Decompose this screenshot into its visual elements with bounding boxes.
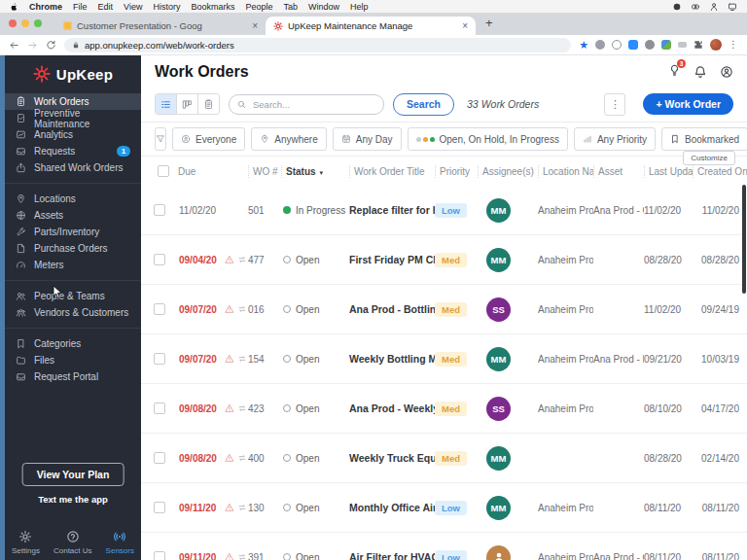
row-checkbox[interactable] bbox=[154, 502, 165, 513]
upkeep-logo[interactable]: UpKeep bbox=[5, 54, 141, 93]
menubar-display-icon[interactable] bbox=[728, 2, 737, 12]
column-header-priority[interactable]: Priority bbox=[435, 165, 478, 178]
settings-button[interactable]: Settings bbox=[12, 530, 40, 555]
menu-item-view[interactable]: View bbox=[124, 2, 142, 12]
row-checkbox[interactable] bbox=[154, 452, 165, 464]
forward-button[interactable] bbox=[27, 40, 38, 51]
select-all-checkbox[interactable] bbox=[158, 165, 169, 177]
bell-icon[interactable] bbox=[694, 65, 707, 79]
reload-button[interactable] bbox=[46, 40, 56, 51]
menu-item-edit[interactable]: Edit bbox=[98, 2, 114, 12]
sidebar-item-request-portal[interactable]: Request Portal bbox=[5, 368, 141, 385]
apple-menu-icon[interactable] bbox=[10, 2, 18, 12]
column-header-wo[interactable]: WO # bbox=[248, 165, 281, 178]
assignee-avatar[interactable]: MM bbox=[486, 248, 511, 272]
row-checkbox[interactable] bbox=[154, 254, 165, 265]
table-row[interactable]: 09/11/20130OpenMonthly Office Air Fil...… bbox=[141, 483, 747, 533]
column-header-location-nam[interactable]: Location Nam bbox=[538, 165, 593, 178]
view-plan-button[interactable]: View Your Plan bbox=[22, 463, 124, 486]
search-button[interactable]: Search bbox=[393, 93, 454, 116]
extension-icon[interactable] bbox=[661, 40, 671, 50]
assignee-avatar[interactable]: MM bbox=[486, 446, 511, 471]
menu-item-history[interactable]: History bbox=[153, 2, 180, 12]
list-view-button[interactable] bbox=[156, 94, 176, 114]
browser-tab-inactive[interactable]: Customer Presentation - Goog × bbox=[55, 17, 266, 35]
extension-icon[interactable] bbox=[678, 42, 687, 48]
filter-chip-any-day[interactable]: Any Day bbox=[333, 127, 402, 151]
work-order-title[interactable]: Ana Prod - Weekly Ca... bbox=[349, 402, 435, 414]
column-header-work-order-title[interactable]: Work Order Title bbox=[349, 165, 435, 178]
search-input[interactable] bbox=[251, 98, 375, 111]
sidebar-item-files[interactable]: Files bbox=[5, 352, 141, 368]
table-row[interactable]: 09/11/20391OpenAir Filter for HVACLowAna… bbox=[141, 533, 747, 560]
menubar-extra-icon[interactable] bbox=[691, 2, 700, 12]
whats-new-button[interactable]: 3 bbox=[668, 63, 681, 81]
column-header-created-on[interactable]: Created On bbox=[693, 165, 747, 178]
filter-chip-any-priority[interactable]: Any Priority bbox=[574, 127, 656, 151]
vertical-scrollbar[interactable] bbox=[742, 185, 746, 294]
work-order-title[interactable]: First Friday PM Checks bbox=[349, 254, 435, 265]
tab-close-icon[interactable]: × bbox=[462, 21, 468, 31]
extensions-puzzle-icon[interactable] bbox=[694, 40, 703, 50]
assignee-avatar[interactable] bbox=[486, 545, 511, 560]
sensors-button[interactable]: Sensors bbox=[106, 530, 134, 555]
sidebar-item-analytics[interactable]: Analytics bbox=[5, 126, 141, 143]
user-profile-icon[interactable] bbox=[720, 65, 733, 79]
contact-us-button[interactable]: Contact Us bbox=[53, 530, 92, 555]
menubar-extra-icon[interactable] bbox=[672, 2, 682, 12]
assignee-avatar[interactable]: SS bbox=[486, 397, 511, 421]
sidebar-item-parts-inventory[interactable]: Parts/Inventory bbox=[5, 224, 141, 240]
table-row[interactable]: 09/07/20016OpenAna Prod - Bottling Li...… bbox=[141, 285, 747, 334]
menu-item-file[interactable]: File bbox=[73, 2, 88, 12]
column-header-assignee-s[interactable]: Assignee(s) bbox=[478, 165, 538, 178]
work-order-title[interactable]: Weekly Bottling Main... bbox=[349, 353, 435, 365]
customize-button[interactable]: Customize bbox=[683, 151, 735, 165]
zoom-window-button[interactable] bbox=[34, 19, 42, 27]
camera-extension-icon[interactable] bbox=[645, 40, 655, 50]
address-bar[interactable]: app.onupkeep.com/web/work-orders bbox=[64, 38, 571, 52]
minimize-window-button[interactable] bbox=[21, 19, 29, 27]
column-header-due[interactable]: Due bbox=[174, 165, 225, 178]
filter-funnel-button[interactable] bbox=[155, 127, 166, 151]
row-checkbox[interactable] bbox=[154, 353, 165, 365]
new-work-order-button[interactable]: + Work Order bbox=[643, 93, 733, 115]
row-checkbox[interactable] bbox=[154, 204, 165, 216]
row-checkbox[interactable] bbox=[154, 551, 165, 560]
sidebar-item-locations[interactable]: Locations bbox=[5, 191, 141, 207]
sidebar-item-requests[interactable]: Requests1 bbox=[5, 143, 141, 159]
work-order-title[interactable]: Replace filter for HVAC bbox=[349, 204, 435, 216]
sidebar-item-preventive-maintenance[interactable]: Preventive Maintenance bbox=[5, 110, 141, 126]
table-row[interactable]: 11/02/20501In ProgressReplace filter for… bbox=[141, 186, 747, 235]
profile-avatar[interactable] bbox=[710, 39, 722, 51]
filter-chip-everyone[interactable]: Everyone bbox=[172, 127, 245, 151]
browser-tab-active[interactable]: UpKeep Maintenance Manage × bbox=[266, 17, 476, 35]
sidebar-item-categories[interactable]: Categories bbox=[5, 335, 141, 352]
zoom-extension-icon[interactable] bbox=[628, 40, 638, 50]
sidebar-item-assets[interactable]: Assets bbox=[5, 207, 141, 224]
row-checkbox[interactable] bbox=[154, 303, 165, 315]
row-checkbox[interactable] bbox=[154, 402, 165, 414]
more-options-button[interactable]: ⋮ bbox=[604, 93, 625, 116]
extension-icon[interactable] bbox=[612, 40, 622, 50]
assignee-avatar[interactable]: SS bbox=[486, 298, 511, 322]
filter-chip-anywhere[interactable]: Anywhere bbox=[251, 127, 326, 151]
menu-item-bookmarks[interactable]: Bookmarks bbox=[191, 2, 234, 12]
menu-item-people[interactable]: People bbox=[245, 2, 272, 12]
filter-chip-bookmarked[interactable]: Bookmarked bbox=[661, 127, 747, 151]
assignee-avatar[interactable]: MM bbox=[486, 198, 511, 223]
work-order-title[interactable]: Ana Prod - Bottling Li... bbox=[349, 303, 435, 315]
sidebar-item-vendors-customers[interactable]: Vendors & Customers bbox=[5, 304, 141, 321]
menu-item-help[interactable]: Help bbox=[350, 2, 369, 12]
column-header-status[interactable]: Status ▾ bbox=[281, 165, 349, 178]
sidebar-item-meters[interactable]: Meters bbox=[5, 257, 141, 273]
text-me-app-link[interactable]: Text me the app bbox=[5, 494, 141, 505]
table-row[interactable]: 09/08/20423OpenAna Prod - Weekly Ca...Me… bbox=[141, 384, 747, 434]
work-order-title[interactable]: Weekly Truck Equip... bbox=[349, 452, 435, 464]
close-window-button[interactable] bbox=[9, 19, 17, 27]
calendar-view-button[interactable] bbox=[197, 94, 219, 114]
table-row[interactable]: 09/08/20400OpenWeekly Truck Equip...MedM… bbox=[141, 434, 747, 483]
sidebar-item-purchase-orders[interactable]: Purchase Orders bbox=[5, 240, 141, 257]
column-view-button[interactable] bbox=[176, 94, 197, 114]
table-row[interactable]: 09/07/20154OpenWeekly Bottling Main...Me… bbox=[141, 334, 747, 384]
filter-chip-open-on-hold-in-progress[interactable]: Open, On Hold, In Progress bbox=[408, 127, 568, 151]
